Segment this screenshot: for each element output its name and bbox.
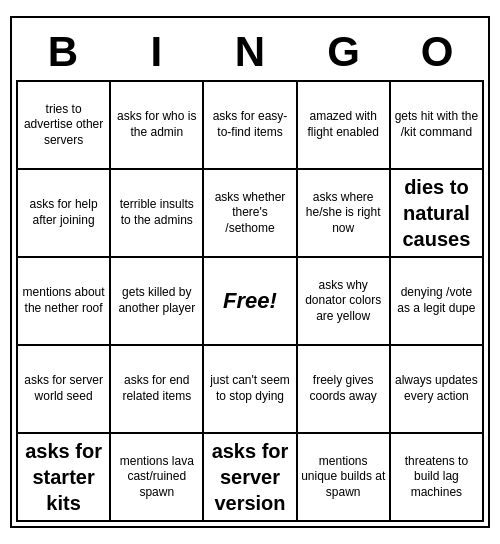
bingo-cell-2: asks for easy-to-find items [204, 82, 297, 170]
bingo-cell-8: asks where he/she is right now [298, 170, 391, 258]
bingo-cell-0: tries to advertise other servers [18, 82, 111, 170]
bingo-cell-15: asks for server world seed [18, 346, 111, 434]
bingo-letter-i: I [112, 28, 200, 76]
bingo-letter-n: N [206, 28, 294, 76]
bingo-cell-4: gets hit with the /kit command [391, 82, 484, 170]
bingo-cell-24: threatens to build lag machines [391, 434, 484, 522]
bingo-cell-19: always updates every action [391, 346, 484, 434]
bingo-cell-17: just can't seem to stop dying [204, 346, 297, 434]
bingo-cell-1: asks for who is the admin [111, 82, 204, 170]
bingo-cell-6: terrible insults to the admins [111, 170, 204, 258]
bingo-grid: tries to advertise other serversasks for… [16, 80, 484, 522]
bingo-cell-21: mentions lava cast/ruined spawn [111, 434, 204, 522]
bingo-cell-11: gets killed by another player [111, 258, 204, 346]
bingo-card: BINGO tries to advertise other serversas… [10, 16, 490, 528]
bingo-letter-o: O [393, 28, 481, 76]
bingo-cell-7: asks whether there's /sethome [204, 170, 297, 258]
bingo-cell-23: mentions unique builds at spawn [298, 434, 391, 522]
bingo-cell-20: asks for starter kits [18, 434, 111, 522]
bingo-letter-g: G [300, 28, 388, 76]
bingo-cell-14: denying /vote as a legit dupe [391, 258, 484, 346]
bingo-cell-16: asks for end related items [111, 346, 204, 434]
bingo-cell-13: asks why donator colors are yellow [298, 258, 391, 346]
bingo-cell-9: dies to natural causes [391, 170, 484, 258]
bingo-header: BINGO [16, 22, 484, 80]
bingo-cell-22: asks for server version [204, 434, 297, 522]
bingo-cell-5: asks for help after joining [18, 170, 111, 258]
bingo-letter-b: B [19, 28, 107, 76]
bingo-cell-18: freely gives coords away [298, 346, 391, 434]
bingo-cell-10: mentions about the nether roof [18, 258, 111, 346]
bingo-cell-3: amazed with flight enabled [298, 82, 391, 170]
bingo-cell-12: Free! [204, 258, 297, 346]
